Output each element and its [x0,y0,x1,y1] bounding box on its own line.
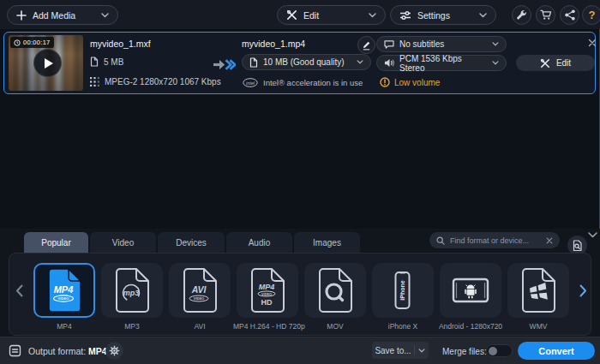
tab-popular[interactable]: Popular [24,232,88,253]
save-to-dropdown[interactable]: Save to... [372,342,429,359]
subtitles-value: No subtitles [399,39,444,49]
file-row[interactable]: 00:00:17 myvideo_1.mxf 5 MB MPEG-2 1280x… [3,32,596,94]
clear-search-icon[interactable] [546,237,553,244]
duration-text: 00:00:17 [23,39,51,46]
help-button[interactable]: ? [582,5,600,25]
mp4-hd-file-icon: MP4 VIDEO HD [249,267,286,313]
acceleration-text: Intel® acceleration is in use [263,78,363,87]
close-icon [588,39,597,47]
format-tile-wmv[interactable] [507,263,569,318]
svg-text:HD: HD [261,298,273,307]
format-label-mov: MOV [301,322,369,331]
format-label-wmv: WMV [504,322,573,331]
warning-icon [380,77,390,87]
file-icon [90,57,99,67]
subtitles-dropdown[interactable]: No subtitles [376,36,507,52]
android-tablet-icon [450,267,491,313]
format-carousel: MP4 VIDEO MP4 mp3 MP3 [9,253,591,336]
svg-text:MP4: MP4 [54,284,74,295]
settings-menu-button[interactable]: Settings [390,5,496,25]
chevron-down-icon [369,13,376,18]
tools-button[interactable] [512,5,531,25]
output-settings-button[interactable] [105,342,123,360]
avi-file-icon: AVI VIDEO [181,267,219,313]
format-label-mp4-hd: MP4 H.264 - HD 720p [233,322,302,331]
wrench-icon [516,9,527,21]
mp3-file-icon: mp3 [113,267,151,313]
top-toolbar: Add Media Edit Settings [0,0,600,29]
speaker-icon [384,58,394,68]
output-format-value: MP4 [88,346,107,356]
format-tile-mp4-hd[interactable]: MP4 VIDEO HD [237,263,298,318]
play-icon [45,58,53,69]
quality-value: 10 MB (Good quality) [263,57,345,67]
format-tile-android[interactable] [440,263,501,318]
scroll-right-button[interactable] [575,277,591,303]
iphone-icon: iPhone [384,267,422,313]
merge-files-label: Merge files: [442,347,487,356]
edit-file-button[interactable]: Edit [516,55,595,71]
format-tile-iphone-x[interactable]: iPhone [372,263,434,318]
intel-logo-icon: intel [243,78,258,87]
audio-value: PCM 1536 Kbps Stereo [399,54,482,73]
mp4-file-icon: MP4 VIDEO [45,267,83,313]
file-list-area: 00:00:17 myvideo_1.mxf 5 MB MPEG-2 1280x… [0,29,600,229]
target-filename: myvideo_1.mp4 [242,39,305,49]
format-tile-mp3[interactable]: mp3 [101,263,163,318]
svg-text:VIDEO: VIDEO [194,296,204,301]
format-tile-avi[interactable]: AVI VIDEO [169,263,231,318]
clock-icon [14,39,21,46]
edit-tools-icon [540,58,550,69]
merge-files-toggle[interactable] [486,344,513,357]
chevron-down-icon [357,60,363,64]
format-section: Popular Video Devices Audio Images [0,229,600,337]
quicktime-icon [316,267,354,313]
format-tile-mov[interactable] [304,263,366,318]
chevron-down-icon [101,13,109,18]
collapse-panel-button[interactable] [586,230,598,240]
add-media-button[interactable]: Add Media [7,5,118,25]
add-media-label: Add Media [33,10,75,21]
warning-text: Low volume [394,78,440,87]
svg-text:intel: intel [246,81,255,86]
chevron-down-icon [492,42,499,46]
source-size-line: 5 MB [90,57,123,67]
settings-menu-label: Settings [417,10,450,21]
svg-text:AVI: AVI [191,284,207,295]
output-format-text: Output format: MP4 [28,346,107,356]
sliders-icon [399,10,411,21]
rename-button[interactable] [357,36,375,54]
svg-text:VIDEO: VIDEO [261,293,272,296]
svg-text:iPhone: iPhone [399,280,405,300]
footer-bar: Output format: MP4 Save to... Merge file… [0,337,600,364]
file-icon [249,57,258,68]
help-icon: ? [589,9,596,21]
svg-text:mp3: mp3 [123,289,140,297]
chevron-down-icon [479,13,487,18]
format-tile-mp4[interactable]: MP4 VIDEO [33,263,95,318]
tab-audio[interactable]: Audio [226,232,292,253]
share-icon [565,9,575,21]
file-search-icon [572,240,583,252]
duration-badge: 00:00:17 [10,37,54,48]
svg-text:VIDEO: VIDEO [57,296,69,301]
tab-images[interactable]: Images [294,232,360,253]
play-button[interactable] [33,49,62,77]
cart-button[interactable] [536,5,555,25]
edit-menu-button[interactable]: Edit [277,5,386,25]
remove-file-button[interactable] [586,37,598,49]
search-input[interactable] [450,236,541,245]
chevron-down-icon [492,61,499,65]
scroll-left-button[interactable] [11,277,27,303]
source-codec: MPEG-2 1280x720 1067 Kbps [105,77,221,87]
format-search [429,232,560,248]
convert-button[interactable]: Convert [518,342,595,360]
search-icon [436,236,445,245]
quality-dropdown[interactable]: 10 MB (Good quality) [242,54,371,70]
pencil-icon [362,40,371,51]
tab-video[interactable]: Video [90,232,156,253]
video-thumbnail: 00:00:17 [9,35,83,91]
share-button[interactable] [560,5,579,25]
tab-devices[interactable]: Devices [158,232,225,253]
audio-dropdown[interactable]: PCM 1536 Kbps Stereo [376,55,507,71]
